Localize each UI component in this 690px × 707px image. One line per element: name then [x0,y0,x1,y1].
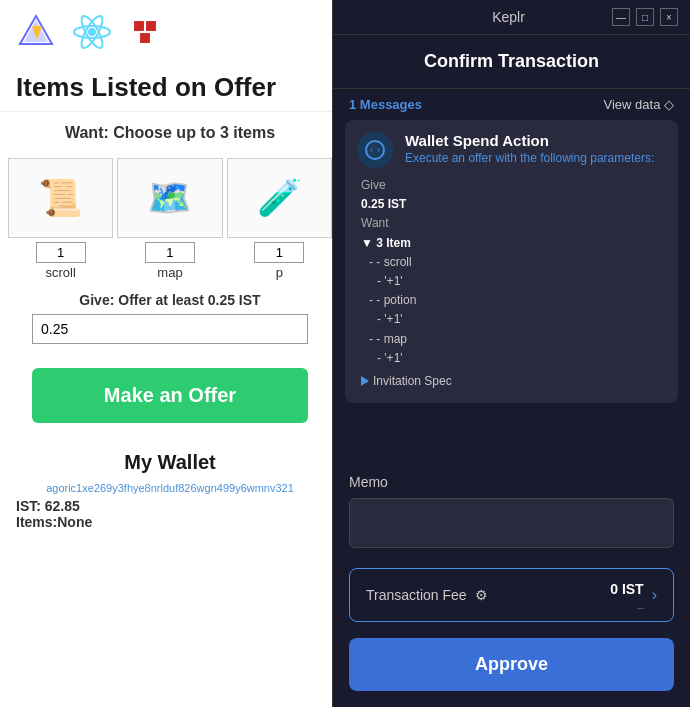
close-button[interactable]: × [660,8,678,26]
keplr-window-title: Keplr [405,9,612,25]
message-title: Wallet Spend Action [405,132,654,149]
message-card: Wallet Spend Action Execute an offer wit… [345,120,678,403]
fee-label: Transaction Fee [366,587,467,603]
want-label: Want: Choose up to 3 items [16,124,324,142]
spend-icon-svg [364,139,386,161]
message-subtitle: Execute an offer with the following para… [405,151,654,165]
keplr-window-controls: — □ × [612,8,678,26]
minimize-button[interactable]: — [612,8,630,26]
items-grid: 📜 🗺️ 🧪 [0,158,340,238]
svg-point-11 [372,147,378,153]
scroll-name: scroll [45,265,75,280]
fee-amount: 0 IST _ [610,581,643,609]
fee-arrow-icon: › [652,586,657,604]
map-qty-cell: map [117,242,222,280]
give-label: Give: Offer at least 0.25 IST [16,292,324,308]
toolbar [0,0,340,64]
make-offer-button[interactable]: Make an Offer [32,368,308,423]
view-data-link[interactable]: View data ◇ [604,97,674,112]
give-field-label: Give [361,176,666,195]
keplr-header: Confirm Transaction [333,35,690,89]
redux-logo-icon [128,15,162,49]
scroll-icon: 📜 [38,177,83,219]
map-qty-input[interactable] [145,242,195,263]
invitation-triangle-icon [361,376,369,386]
messages-count: 1 Messages [349,97,422,112]
potion-qty-input[interactable] [254,242,304,263]
wallet-spend-icon [357,132,393,168]
wallet-items: Items:None [16,514,324,530]
svg-rect-9 [140,33,150,43]
svg-point-3 [88,28,96,36]
scroll-qty-cell: scroll [8,242,113,280]
invitation-row: Invitation Spec [361,372,666,391]
web-app: Items Listed on Offer Want: Choose up to… [0,0,340,707]
fee-main-value: 0 IST [610,581,643,597]
potion-icon: 🧪 [257,177,302,219]
give-section: Give: Offer at least 0.25 IST [0,280,340,352]
fee-right: 0 IST _ › [610,581,657,609]
item-map-line: - - map [361,330,666,349]
gear-icon: ⚙ [475,587,488,603]
vite-logo-icon [16,12,56,52]
item-cell-potion[interactable]: 🧪 [227,158,332,238]
potion-qty-cell: p [227,242,332,280]
want-section: Want: Choose up to 3 items [0,112,340,158]
wallet-address: agoric1xe269y3fhye8nrlduf826wgn499y6wmnv… [16,482,324,494]
invitation-label: Invitation Spec [373,372,452,391]
fee-left: Transaction Fee ⚙ [366,587,488,603]
message-body: Give 0.25 IST Want ▼ 3 Item - - scroll -… [357,176,666,391]
wallet-section: My Wallet agoric1xe269y3fhye8nrlduf826wg… [0,439,340,542]
svg-rect-7 [134,21,144,31]
maximize-button[interactable]: □ [636,8,654,26]
map-name: map [157,265,182,280]
fee-sub-value: _ [610,597,643,609]
scroll-qty-input[interactable] [36,242,86,263]
memo-label: Memo [349,474,674,490]
give-amount-input[interactable] [32,314,308,344]
item-scroll-line: - - scroll [361,253,666,272]
memo-section: Memo [333,458,690,568]
item-cell-map[interactable]: 🗺️ [117,158,222,238]
item-qty-row: scroll map p [0,238,340,280]
react-logo-icon [72,12,112,52]
keplr-titlebar: Keplr — □ × [333,0,690,35]
potion-name: p [276,265,283,280]
keplr-popup: Keplr — □ × Confirm Transaction 1 Messag… [332,0,690,707]
map-icon: 🗺️ [147,177,192,219]
item-scroll-qty: - '+1' [361,272,666,291]
memo-input[interactable] [349,498,674,548]
page-title: Items Listed on Offer [0,64,340,112]
want-field-label: Want [361,214,666,233]
item-potion-line: - - potion [361,291,666,310]
item-potion-qty: - '+1' [361,310,666,329]
wallet-title: My Wallet [16,451,324,474]
item-cell-scroll[interactable]: 📜 [8,158,113,238]
item-map-qty: - '+1' [361,349,666,368]
want-items-label: ▼ 3 Item [361,234,666,253]
svg-rect-8 [146,21,156,31]
messages-bar: 1 Messages View data ◇ [333,89,690,120]
message-header: Wallet Spend Action Execute an offer wit… [357,132,666,168]
fee-section[interactable]: Transaction Fee ⚙ 0 IST _ › [349,568,674,622]
approve-button[interactable]: Approve [349,638,674,691]
give-field-value: 0.25 IST [361,195,666,214]
message-info: Wallet Spend Action Execute an offer wit… [405,132,654,165]
wallet-ist: IST: 62.85 [16,498,324,514]
